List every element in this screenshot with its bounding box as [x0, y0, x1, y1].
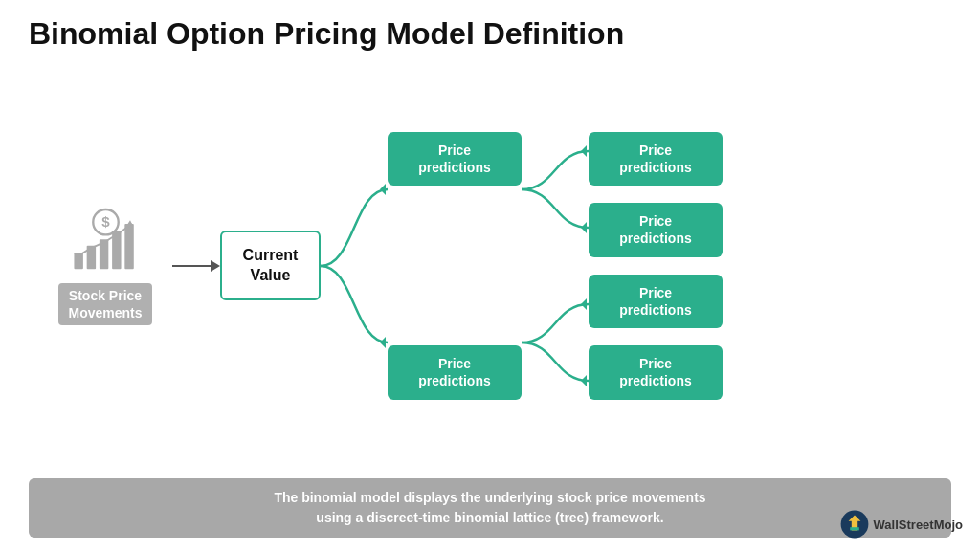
curves-l1-to-l2 — [522, 132, 589, 400]
level2-pred-1: Pricepredictions — [589, 132, 723, 186]
svg-marker-13 — [581, 375, 587, 386]
svg-text:$: $ — [101, 213, 110, 230]
level2-col: Pricepredictions Pricepredictions Pricep… — [589, 132, 723, 400]
arrow-stock-to-current — [172, 260, 220, 272]
arrow-line — [172, 265, 211, 267]
level2-pred-4: Pricepredictions — [589, 345, 723, 399]
svg-marker-9 — [380, 337, 386, 348]
caption-box: The binomial model displays the underlyi… — [29, 478, 951, 538]
stock-label: Stock PriceMovements — [58, 283, 151, 325]
level1-col: Pricepredictions Pricepredictions — [388, 132, 522, 400]
stock-chart-icon: $ — [65, 206, 146, 277]
page-wrapper: Binomial Option Pricing Model Definition… — [0, 0, 980, 551]
wsm-logo: WallStreetMojo — [839, 509, 963, 540]
svg-rect-6 — [124, 224, 133, 269]
level1-pred-bottom: Pricepredictions — [388, 345, 522, 399]
main-diagram: $ Stock PriceMovements CurrentValue — [29, 60, 951, 471]
svg-marker-10 — [581, 145, 587, 157]
svg-marker-8 — [380, 184, 386, 195]
wsm-logo-icon — [839, 509, 870, 540]
curves-cv-to-l1 — [321, 132, 388, 400]
svg-marker-11 — [581, 222, 587, 233]
svg-rect-16 — [850, 527, 859, 530]
level1-pred-top: Pricepredictions — [388, 132, 522, 186]
page-title: Binomial Option Pricing Model Definition — [29, 17, 951, 51]
stock-icon-box: $ Stock PriceMovements — [38, 206, 172, 325]
level2-pred-2: Pricepredictions — [589, 203, 723, 256]
wsm-logo-text: WallStreetMojo — [874, 518, 963, 532]
arrow-head — [211, 260, 220, 272]
svg-marker-12 — [581, 298, 587, 310]
level2-pred-3: Pricepredictions — [589, 275, 723, 328]
current-value-box: CurrentValue — [220, 231, 321, 301]
